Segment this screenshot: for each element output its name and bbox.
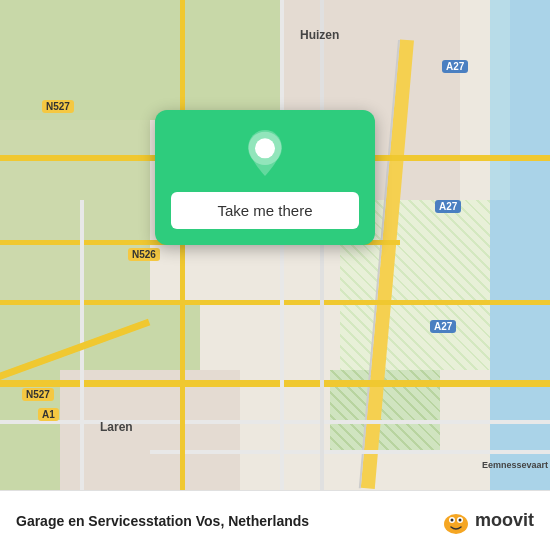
location-pin-icon: [240, 130, 290, 180]
label-a27-top: A27: [442, 60, 468, 73]
location-info: Garage en Servicesstation Vos, Netherlan…: [16, 513, 309, 529]
svg-point-6: [450, 518, 453, 521]
moovit-logo: moovit: [441, 506, 534, 536]
popup-card: Take me there: [155, 110, 375, 245]
label-a27-bot: A27: [430, 320, 456, 333]
take-me-there-button[interactable]: Take me there: [171, 192, 359, 229]
label-n527-bot: N527: [22, 388, 54, 401]
urban-laren: [60, 370, 240, 490]
location-name: Garage en Servicesstation Vos, Netherlan…: [16, 513, 309, 529]
moovit-mascot-icon: [441, 506, 471, 536]
svg-point-2: [258, 140, 271, 153]
road-v3: [320, 0, 324, 490]
label-a27-mid: A27: [435, 200, 461, 213]
road-h6: [150, 450, 550, 454]
svg-point-7: [458, 518, 461, 521]
label-n527-top: N527: [42, 100, 74, 113]
moovit-text: moovit: [475, 510, 534, 531]
label-huizen: Huizen: [300, 28, 339, 42]
green-area-w: [0, 120, 150, 320]
road-v1: [180, 0, 185, 490]
svg-point-3: [444, 514, 468, 534]
label-n526: N526: [128, 248, 160, 261]
road-v2: [280, 0, 284, 490]
bottom-bar: Garage en Servicesstation Vos, Netherlan…: [0, 490, 550, 550]
label-a1: A1: [38, 408, 59, 421]
water-canal: [490, 0, 510, 200]
map-container: A27 A27 A27 N527 N527 N526 A1 Huizen Lar…: [0, 0, 550, 490]
label-eemnessevaart: Eemnessevaart: [482, 460, 548, 470]
label-laren: Laren: [100, 420, 133, 434]
